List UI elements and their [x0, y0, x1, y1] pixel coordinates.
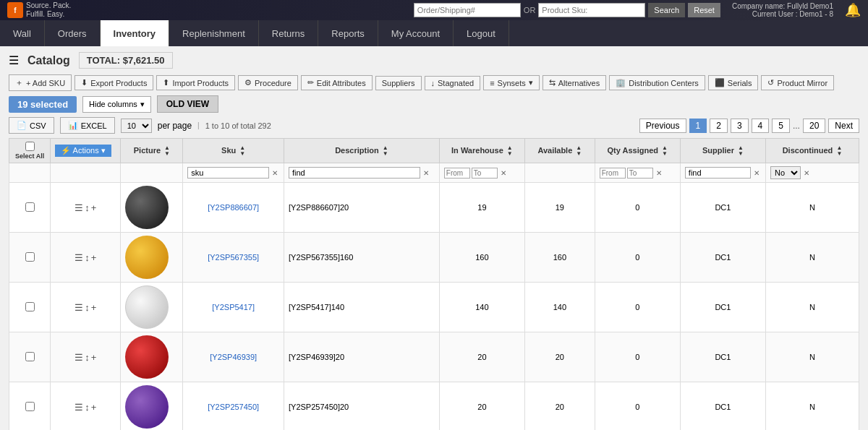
nav-item-my-account[interactable]: My Account: [378, 20, 454, 46]
discontinued-filter-clear-button[interactable]: ✕: [802, 169, 811, 177]
sku-search-input[interactable]: [538, 3, 645, 17]
reset-button[interactable]: Reset: [688, 3, 720, 17]
suppliers-button[interactable]: Suppliers: [375, 76, 422, 90]
page-2-button[interactable]: 2: [710, 119, 728, 133]
stagnated-button[interactable]: ↓ Stagnated: [425, 76, 481, 90]
sku-link[interactable]: [Y2SP46939]: [210, 353, 257, 361]
search-button[interactable]: Search: [648, 3, 685, 17]
row-move-icon[interactable]: ↕: [85, 252, 90, 263]
page-3-button[interactable]: 3: [731, 119, 749, 133]
select-all-checkbox[interactable]: [25, 142, 35, 151]
product-mirror-button[interactable]: ↺ Product Mirror: [761, 75, 834, 90]
discontinued-sort-arrows[interactable]: ▲▼: [836, 145, 842, 157]
row-expand-icon[interactable]: ☰: [75, 202, 83, 213]
nav-item-reports[interactable]: Reports: [318, 20, 378, 46]
discontinued-filter-select[interactable]: No Yes All: [770, 166, 801, 179]
row-checkbox[interactable]: [25, 202, 35, 212]
row-in-warehouse-cell: 20: [439, 332, 524, 382]
sku-link[interactable]: [Y2SP567355]: [208, 253, 259, 262]
qty-sort-arrows[interactable]: ▲▼: [662, 145, 668, 157]
picture-sort-arrows[interactable]: ▲▼: [164, 145, 170, 157]
warehouse-from-input[interactable]: [444, 168, 470, 179]
qty-from-input[interactable]: [600, 168, 626, 179]
supplier-filter-input[interactable]: [685, 167, 751, 179]
row-qty-assigned-cell: 0: [595, 233, 680, 283]
sku-header: Sku ▲▼: [183, 139, 284, 163]
page-last-button[interactable]: 20: [803, 119, 825, 133]
sku-link[interactable]: [Y2SP5417]: [212, 303, 255, 311]
page-4-button[interactable]: 4: [752, 119, 770, 133]
prev-page-button[interactable]: Previous: [639, 119, 686, 133]
sku-filter-input[interactable]: [187, 167, 269, 179]
next-page-button[interactable]: Next: [828, 119, 859, 133]
row-checkbox[interactable]: [25, 402, 35, 411]
row-expand-icon[interactable]: ☰: [75, 402, 83, 413]
alternatives-button[interactable]: ⇆ Alternatives: [542, 75, 606, 90]
row-add-icon[interactable]: +: [91, 252, 97, 263]
row-add-icon[interactable]: +: [91, 352, 97, 363]
sku-link[interactable]: [Y2SP886607]: [208, 203, 259, 212]
add-sku-button[interactable]: ＋ + Add SKU: [9, 74, 72, 91]
row-checkbox[interactable]: [25, 352, 35, 361]
nav-item-replenishment[interactable]: Replenishment: [169, 20, 259, 46]
distribution-centers-button[interactable]: 🏢 Distribution Centers: [609, 75, 705, 90]
warehouse-to-input[interactable]: [472, 168, 498, 179]
order-search-input[interactable]: [414, 3, 521, 17]
row-checkbox[interactable]: [25, 252, 35, 262]
sku-sort-arrows[interactable]: ▲▼: [239, 145, 245, 157]
available-sort-arrows[interactable]: ▲▼: [576, 145, 582, 157]
old-view-button[interactable]: OLD VIEW: [157, 95, 218, 113]
import-products-button[interactable]: ⬆ Import Products: [156, 75, 235, 90]
supplier-header: Supplier ▲▼: [680, 139, 765, 163]
notification-bell-icon[interactable]: 🔔: [845, 2, 861, 18]
export-products-button[interactable]: ⬇ Export Products: [75, 75, 153, 90]
qty-to-input[interactable]: [627, 168, 653, 179]
nav-item-orders[interactable]: Orders: [45, 20, 101, 46]
chevron-down-icon: ▾: [140, 100, 145, 109]
row-move-icon[interactable]: ↕: [85, 202, 90, 213]
procedure-button[interactable]: ⚙ Procedure: [238, 75, 298, 90]
nav-item-inventory[interactable]: Inventory: [101, 20, 170, 46]
row-checkbox[interactable]: [25, 302, 35, 311]
warehouse-filter-clear-button[interactable]: ✕: [499, 169, 508, 177]
row-actions-cell: ☰ ↕ +: [51, 233, 121, 283]
row-expand-icon[interactable]: ☰: [75, 252, 83, 263]
row-add-icon[interactable]: +: [91, 402, 97, 413]
description-sort-arrows[interactable]: ▲▼: [383, 145, 388, 157]
row-discontinued-cell: N: [765, 332, 859, 382]
row-add-icon[interactable]: +: [91, 202, 97, 213]
row-qty-assigned-cell: 0: [595, 183, 680, 233]
actions-dropdown-button[interactable]: ⚡ Actions ▾: [55, 145, 111, 157]
product-image: [125, 186, 169, 229]
serials-button[interactable]: ⬛ Serials: [708, 75, 759, 90]
page-5-button[interactable]: 5: [772, 119, 790, 133]
supplier-filter-clear-button[interactable]: ✕: [752, 169, 761, 177]
per-page-select[interactable]: 10 25 50: [121, 119, 152, 133]
description-filter-clear-button[interactable]: ✕: [422, 169, 430, 177]
row-supplier-cell: DC1: [680, 332, 765, 382]
row-move-icon[interactable]: ↕: [85, 352, 90, 363]
row-add-icon[interactable]: +: [91, 302, 97, 313]
hide-columns-button[interactable]: Hide columns ▾: [82, 96, 151, 113]
nav-item-wall[interactable]: Wall: [0, 20, 45, 46]
row-move-icon[interactable]: ↕: [85, 402, 90, 413]
row-expand-icon[interactable]: ☰: [75, 302, 83, 313]
nav-item-logout[interactable]: Logout: [454, 20, 509, 46]
table-row: ☰ ↕ + [Y2SP46939] [Y2SP46939]20 20 20 0 …: [9, 332, 859, 382]
qty-filter-clear-button[interactable]: ✕: [655, 169, 663, 177]
row-expand-icon[interactable]: ☰: [75, 352, 83, 363]
synsets-button[interactable]: ≡ Synsets▾: [483, 75, 540, 90]
edit-attributes-button[interactable]: ✏ Edit Attributes: [301, 75, 373, 90]
csv-export-button[interactable]: 📄 CSV: [9, 117, 54, 134]
row-move-icon[interactable]: ↕: [85, 302, 90, 313]
row-checkbox-cell: [9, 283, 51, 332]
page-1-button[interactable]: 1: [689, 119, 707, 133]
nav-item-returns[interactable]: Returns: [259, 20, 319, 46]
supplier-sort-arrows[interactable]: ▲▼: [738, 145, 744, 157]
warehouse-sort-arrows[interactable]: ▲▼: [507, 145, 513, 157]
excel-export-button[interactable]: 📊 EXCEL: [60, 117, 115, 134]
available-header: Available ▲▼: [525, 139, 595, 163]
sku-filter-clear-button[interactable]: ✕: [271, 169, 279, 177]
description-filter-input[interactable]: [289, 167, 420, 179]
sku-link[interactable]: [Y2SP257450]: [208, 403, 259, 411]
